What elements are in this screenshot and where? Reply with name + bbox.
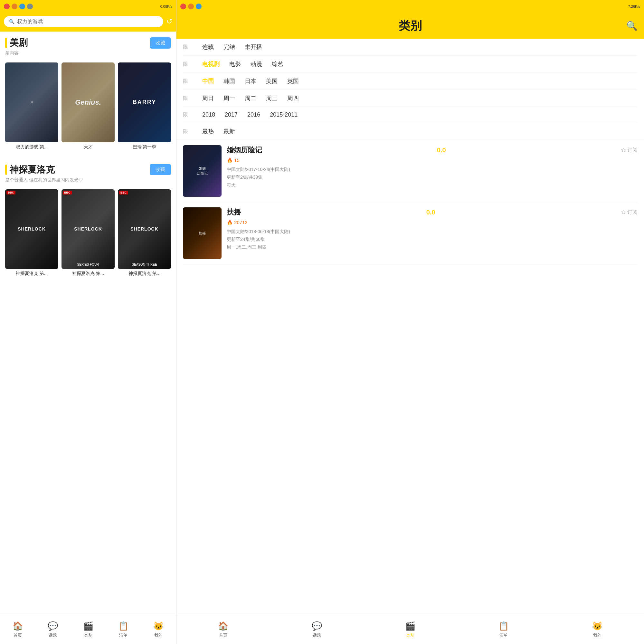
filter-opt-weikai[interactable]: 未开播 (245, 43, 262, 51)
right-nav-category-label: 类别 (406, 632, 414, 638)
search-input[interactable] (17, 19, 158, 24)
dot-gray-icon (27, 4, 33, 9)
right-nav-mine[interactable]: 😺 我的 (551, 621, 644, 638)
filter-row-sort: 限 最热 最新 (183, 123, 638, 140)
left-status-speed: 0.08K/s (160, 5, 172, 8)
filter-opt-tvdrama[interactable]: 电视剧 (202, 60, 220, 68)
right-dot-blue-icon (196, 4, 202, 9)
hunyin-meta: 中国大陆/2017-10-24(中国大陆) 更新至2集/共39集 每天 (227, 166, 638, 189)
left-sections-scroll: 美剧 收藏 条内容 ⚔ 权力的游戏 第... (0, 32, 176, 615)
filter-options-year: 2018 2017 2016 2015-2011 (202, 111, 298, 118)
got-poster[interactable]: ⚔ (5, 62, 58, 142)
right-list-icon: 📋 (498, 621, 509, 631)
hunyin-poster[interactable]: 婚姻历险记 (183, 145, 222, 197)
right-status-speed: 7.26K/s (628, 5, 640, 8)
filter-opt-japan[interactable]: 日本 (245, 77, 256, 85)
category-title: 类别 (399, 18, 422, 34)
list-section: 婚姻历险记 婚姻历险记 0.0 ☆ 订阅 🔥 15 中国大陆/2017-10-2… (176, 140, 644, 615)
fuyao-info: 扶摇 0.0 ☆ 订阅 🔥 20712 中国大陆/2018-06-18(中国大陆… (227, 207, 638, 259)
sherlock3-poster[interactable]: BBC SHERLOCK SEASON THREE (118, 189, 171, 269)
filter-opt-2016[interactable]: 2016 (247, 111, 260, 118)
filter-opt-new[interactable]: 最新 (223, 128, 235, 135)
filter-row-status: 限 连载 完结 未开播 (183, 39, 638, 56)
list-item: BBC SHERLOCK SEASON THREE 神探夏洛克 第... (118, 189, 171, 277)
fuyao-poster[interactable]: 扶摇 (183, 207, 222, 259)
list-item: ⚔ 权力的游戏 第... (5, 62, 58, 150)
left-nav-list[interactable]: 📋 清单 (106, 621, 141, 638)
right-topic-icon: 💬 (312, 621, 322, 631)
category-search-button[interactable]: 🔍 (626, 21, 638, 31)
dot-red-icon (4, 4, 10, 9)
right-nav-list[interactable]: 📋 清单 (457, 621, 550, 638)
filter-opt-tue[interactable]: 周二 (245, 94, 256, 102)
right-nav-home[interactable]: 🏠 首页 (176, 621, 270, 638)
filter-opt-wed[interactable]: 周三 (266, 94, 278, 102)
sherlock-collect-button[interactable]: 收藏 (150, 164, 171, 175)
meiju-title: 美剧 (10, 37, 28, 49)
sherlock-section: 神探夏洛克 收藏 是个普通人 但在我的世界里闪闪发光♡ BBC SHERLOCK… (0, 158, 176, 282)
sherlock-grid: BBC SHERLOCK 神探夏洛克 第... BBC SHERLOCK SER… (0, 186, 176, 282)
genius-poster[interactable]: Genius. (62, 62, 115, 142)
filter-opt-hot[interactable]: 最热 (202, 128, 214, 135)
right-dot-orange-icon (188, 4, 194, 9)
filter-opt-thu[interactable]: 周四 (287, 94, 299, 102)
search-refresh-button[interactable]: ↺ (166, 17, 172, 26)
barry-title: 巴瑞 第一季 (118, 144, 171, 150)
filter-opt-usa[interactable]: 美国 (266, 77, 278, 85)
hunyin-subscribe-button[interactable]: ☆ 订阅 (621, 147, 638, 154)
meiju-title-wrap: 美剧 (5, 37, 28, 49)
filter-opt-2015-2011[interactable]: 2015-2011 (270, 111, 298, 118)
sherlock-header: 神探夏洛克 收藏 (0, 158, 176, 177)
fuyao-subscribe-button[interactable]: ☆ 订阅 (621, 209, 638, 216)
filter-options-sort: 最热 最新 (202, 128, 235, 135)
left-panel: 0.08K/s 🔍 ↺ 美剧 收藏 条内容 (0, 0, 176, 644)
category-icon: 🎬 (83, 621, 93, 631)
filter-opt-2018[interactable]: 2018 (202, 111, 215, 118)
meiju-collect-button[interactable]: 收藏 (150, 37, 171, 49)
filter-opt-korea[interactable]: 韩国 (223, 77, 235, 85)
list-item: BBC SHERLOCK 神探夏洛克 第... (5, 189, 58, 277)
left-nav-mine[interactable]: 😺 我的 (141, 621, 176, 638)
filter-opt-anime[interactable]: 动漫 (251, 60, 262, 68)
hunyin-subscribe-label: 订阅 (627, 147, 638, 153)
filter-opt-lianbo[interactable]: 连载 (202, 43, 214, 51)
left-search-bar: 🔍 ↺ (0, 13, 176, 32)
filter-options-status: 连载 完结 未开播 (202, 43, 262, 51)
search-input-wrap[interactable]: 🔍 (4, 16, 163, 27)
filter-opt-uk[interactable]: 英国 (287, 77, 299, 85)
right-nav-topic-label: 话题 (313, 632, 321, 638)
sherlock-title: 神探夏洛克 (10, 164, 55, 176)
fuyao-title: 扶摇 (227, 207, 241, 217)
filter-opt-variety[interactable]: 综艺 (272, 60, 283, 68)
right-nav-list-label: 清单 (499, 632, 508, 638)
meiju-grid: ⚔ 权力的游戏 第... Genius. 天才 (0, 59, 176, 155)
filter-opt-mon[interactable]: 周一 (223, 94, 235, 102)
left-nav-category[interactable]: 🎬 类别 (71, 621, 106, 638)
filter-section: 限 连载 完结 未开播 限 电视剧 电影 动漫 综艺 限 中国 韩国 日本 (176, 39, 644, 140)
left-nav-mine-label: 我的 (154, 632, 163, 638)
barry-poster[interactable]: BARRY (118, 62, 171, 142)
filter-opt-china[interactable]: 中国 (202, 77, 214, 85)
right-dot-red-icon (180, 4, 186, 9)
filter-label-day: 限 (183, 95, 202, 102)
hunyin-hot: 🔥 15 (227, 157, 638, 163)
left-nav-list-label: 清单 (119, 632, 128, 638)
right-category-icon: 🎬 (405, 621, 415, 631)
filter-opt-sun[interactable]: 周日 (202, 94, 214, 102)
right-nav-topic[interactable]: 💬 话题 (270, 621, 363, 638)
filter-opt-2017[interactable]: 2017 (225, 111, 238, 118)
sherlock1-poster[interactable]: BBC SHERLOCK (5, 189, 58, 269)
right-nav-category[interactable]: 🎬 类别 (364, 621, 457, 638)
sherlock1-title: 神探夏洛克 第... (5, 271, 58, 277)
filter-row-country: 限 中国 韩国 日本 美国 英国 (183, 73, 638, 90)
left-nav-topic[interactable]: 💬 话题 (35, 621, 70, 638)
filter-opt-movie[interactable]: 电影 (229, 60, 241, 68)
left-nav-home[interactable]: 🏠 首页 (0, 621, 35, 638)
sherlock-subtitle: 是个普通人 但在我的世界里闪闪发光♡ (0, 177, 176, 186)
dot-blue-icon (19, 4, 25, 9)
filter-opt-wanjie[interactable]: 完结 (223, 43, 235, 51)
fuyao-rating: 0.0 (426, 209, 435, 216)
fuyao-meta: 中国大陆/2018-06-18(中国大陆) 更新至24集/共60集 周一,周二,… (227, 228, 638, 251)
sherlock2-poster[interactable]: BBC SHERLOCK SERIES FOUR (62, 189, 115, 269)
meiju-indicator (5, 38, 7, 48)
